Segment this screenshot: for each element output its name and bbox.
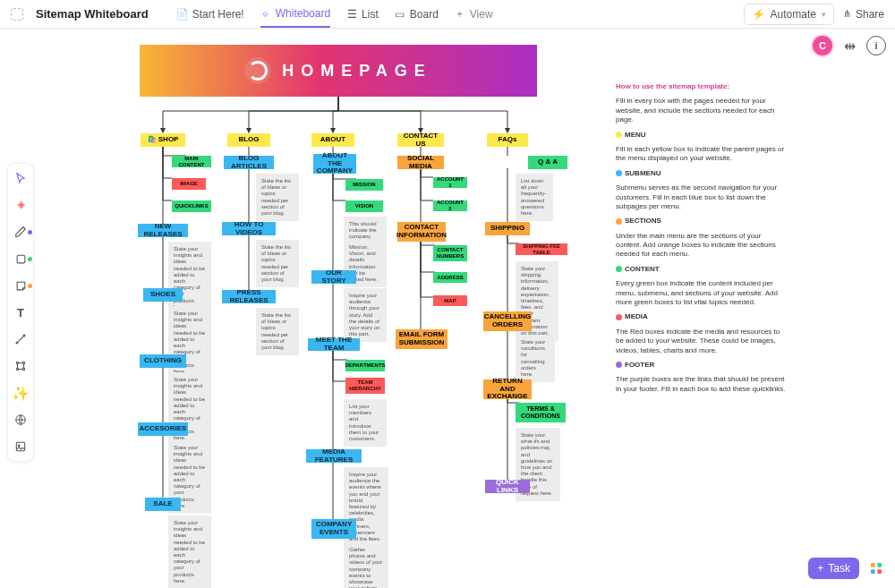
sub-blog-articles[interactable]: BLOG ARTICLES [224, 156, 274, 169]
section-cancelling[interactable]: CANCELLING ORDERS [483, 311, 532, 331]
menu-blog[interactable]: BLOG [227, 133, 270, 147]
legend-panel[interactable]: How to use the sitemap template: Fill in… [616, 82, 786, 399]
sub-about-company[interactable]: ABOUT THE COMPANY [313, 154, 356, 174]
legend-intro: Fill in every box with the pages needed … [616, 97, 786, 124]
ai-tool[interactable]: ✦ [12, 196, 30, 214]
share-button[interactable]: ⋔ Share [843, 8, 884, 21]
svg-point-3 [16, 362, 18, 363]
media-team-hierarchy[interactable]: TEAM HIERARCHY [345, 378, 385, 394]
note[interactable]: State your insights and ideas needed to … [168, 306, 211, 379]
menu-about[interactable]: ABOUT [311, 133, 354, 147]
note[interactable]: State your conditions for cancelling ord… [516, 335, 555, 382]
apps-icon[interactable] [866, 558, 886, 578]
pen-tool[interactable] [12, 223, 30, 241]
media-map[interactable]: MAP [433, 295, 467, 306]
homepage-banner[interactable]: HOMEPAGE [140, 45, 537, 97]
section-shipping[interactable]: SHIPPING [485, 222, 530, 235]
note[interactable]: Inspire your audience through your story… [344, 288, 387, 342]
content-contact-numbers[interactable]: CONTACT NUMBERS [433, 245, 467, 261]
share-icon: ⋔ [843, 8, 851, 20]
shape-tool[interactable] [12, 250, 30, 268]
select-tool[interactable] [12, 169, 30, 187]
automate-label: Automate [771, 8, 816, 21]
sub-new-releases[interactable]: NEW RELEASES [138, 224, 188, 237]
section-departments[interactable]: DEPARTMENTS [345, 360, 385, 371]
add-view-button[interactable]: + View [455, 2, 493, 27]
content-terms[interactable]: TERMS & CONDITIONS [516, 403, 566, 422]
sub-sale[interactable]: SALE [145, 498, 181, 511]
sub-company-events[interactable]: COMPANY EVENTS [311, 519, 356, 539]
note[interactable]: State your insights and ideas needed to … [168, 242, 211, 315]
connector-tool[interactable] [12, 330, 30, 348]
topbar-right: ⚡ Automate ▾ ⋔ Share [744, 4, 884, 25]
banner-logo-icon [244, 57, 271, 84]
sub-clothing[interactable]: CLOTHING [140, 354, 186, 368]
footer-quick-links[interactable]: QUICK LINKS [485, 480, 530, 493]
note[interactable]: List your members and introduce them to … [344, 399, 387, 447]
section-contact-info[interactable]: CONTACT INFORMATION [397, 222, 446, 242]
svg-rect-13 [877, 569, 882, 574]
tab-label: Whiteboard [276, 7, 330, 20]
content-account2[interactable]: ACCOUNT 2 [433, 200, 467, 211]
note[interactable]: List down all your frequently-answered q… [516, 174, 553, 221]
more-tool[interactable] [12, 357, 30, 375]
magic-tool[interactable]: ✨ [12, 384, 30, 402]
tab-whiteboard[interactable]: ⟐ Whiteboard [260, 1, 330, 28]
section-quicklinks[interactable]: QUICKLINKS [172, 200, 211, 212]
svg-rect-11 [877, 563, 882, 567]
web-tool[interactable] [12, 411, 30, 429]
sub-media-features[interactable]: MEDIA FEATURES [306, 449, 362, 463]
menu-contact[interactable]: CONTACT US [397, 133, 444, 147]
sub-shoes[interactable]: SHOES [143, 288, 183, 302]
canvas-bottom-right: + Task [808, 558, 886, 579]
tab-start-here[interactable]: 📄 Start Here! [177, 2, 244, 27]
task-button[interactable]: + Task [808, 558, 859, 579]
section-return-exchange[interactable]: RETURN AND EXCHANGE [483, 379, 532, 399]
sub-press-releases[interactable]: PRESS RELEASES [222, 290, 276, 303]
svg-rect-10 [871, 563, 875, 567]
section-mission[interactable]: MISSION [345, 179, 383, 191]
note[interactable]: Gather photos and videos of your company… [344, 542, 388, 588]
svg-point-9 [18, 445, 20, 447]
menu-faqs[interactable]: FAQs [487, 133, 528, 147]
svg-point-4 [22, 362, 24, 363]
section-main-content[interactable]: MAIN CONTENT [172, 156, 211, 167]
note[interactable]: State the list of Ideas or topics needed… [256, 174, 299, 221]
automate-button[interactable]: ⚡ Automate ▾ [744, 4, 834, 25]
image-tool[interactable] [12, 438, 30, 456]
tab-list[interactable]: ☰ List [346, 2, 379, 27]
whiteboard-canvas[interactable]: ✦ T ✨ C ⇹ i HOMEPAGE [0, 29, 895, 588]
note[interactable]: State the list of Ideas or topics needed… [256, 308, 299, 355]
canvas-top-right: C ⇹ i [813, 36, 886, 55]
sub-how-to-videos[interactable]: HOW TO VIDEOS [222, 222, 276, 235]
note[interactable]: State the list of Ideas or topics needed… [256, 240, 299, 287]
media-shipping-table[interactable]: SHIPPING FEE TABLE [516, 243, 567, 255]
sticky-tool[interactable] [12, 277, 30, 294]
section-email-form[interactable]: EMAIL FORM SUBMISSION [396, 329, 448, 349]
media-image[interactable]: IMAGE [172, 178, 206, 190]
svg-rect-12 [871, 569, 875, 574]
view-tabs: 📄 Start Here! ⟐ Whiteboard ☰ List ▭ Boar… [177, 1, 493, 28]
top-bar: Sitemap Whiteboard 📄 Start Here! ⟐ White… [0, 0, 895, 29]
tab-board[interactable]: ▭ Board [395, 2, 439, 27]
sub-our-story[interactable]: OUR STORY [311, 270, 356, 284]
content-account1[interactable]: ACCOUNT 1 [433, 177, 467, 188]
doc-icon: 📄 [177, 9, 188, 20]
fit-icon[interactable]: ⇹ [840, 36, 859, 55]
space-icon [11, 8, 23, 21]
legend-title: How to use the sitemap template: [616, 82, 786, 91]
plus-icon: + [817, 562, 823, 575]
bolt-icon: ⚡ [752, 8, 765, 21]
text-tool[interactable]: T [12, 303, 30, 321]
content-address[interactable]: ADDRESS [433, 272, 467, 283]
sub-meet-team[interactable]: MEET THE TEAM [308, 338, 360, 351]
left-toolbar: ✦ T ✨ [7, 163, 34, 462]
avatar[interactable]: C [813, 36, 832, 55]
sub-accessories[interactable]: ACCESORIES [138, 422, 188, 436]
info-icon[interactable]: i [866, 36, 886, 55]
menu-shop[interactable]: 🛍️ SHOP [141, 133, 185, 147]
section-vision[interactable]: VISION [345, 200, 383, 212]
section-social-media[interactable]: SOCIAL MEDIA [397, 156, 444, 169]
content-qa[interactable]: Q & A [528, 156, 567, 169]
note[interactable]: State your insights and ideas needed to … [168, 516, 211, 588]
